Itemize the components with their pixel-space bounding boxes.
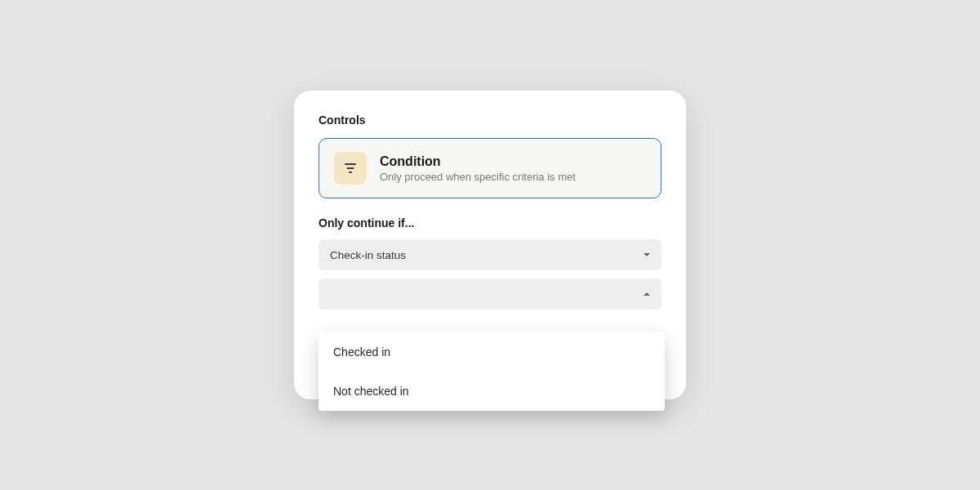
condition-description: Only proceed when specific criteria is m… bbox=[380, 171, 576, 183]
condition-title: Condition bbox=[380, 154, 576, 169]
svg-rect-2 bbox=[349, 172, 352, 173]
field-select-value: Check-in status bbox=[330, 249, 406, 261]
dropdown-option[interactable]: Not checked in bbox=[318, 372, 665, 411]
svg-rect-0 bbox=[345, 163, 356, 165]
field-select[interactable]: Check-in status bbox=[318, 239, 662, 270]
condition-text: Condition Only proceed when specific cri… bbox=[380, 154, 576, 183]
dropdown-menu: Checked in Not checked in bbox=[318, 332, 665, 411]
chevron-up-icon bbox=[644, 292, 650, 296]
svg-rect-1 bbox=[347, 167, 354, 169]
value-select[interactable] bbox=[318, 278, 662, 310]
chevron-down-icon bbox=[644, 253, 650, 256]
card-title: Controls bbox=[318, 114, 662, 127]
controls-card: Controls Condition Only proceed when spe… bbox=[294, 91, 686, 399]
condition-block[interactable]: Condition Only proceed when specific cri… bbox=[318, 138, 662, 198]
dropdown-option[interactable]: Checked in bbox=[318, 332, 665, 372]
filter-icon bbox=[334, 152, 367, 185]
section-label: Only continue if... bbox=[318, 216, 662, 229]
